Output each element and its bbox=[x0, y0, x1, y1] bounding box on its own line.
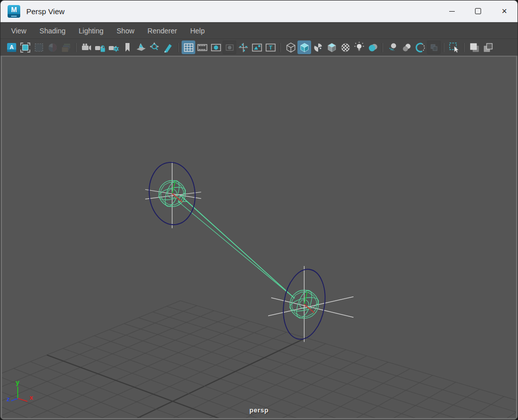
camera-attributes-icon bbox=[108, 41, 120, 54]
toolbar-separator bbox=[444, 43, 444, 52]
maya-logo-letter: M bbox=[8, 6, 20, 14]
motion-blur-button[interactable] bbox=[427, 40, 441, 54]
safe-title-button[interactable]: T bbox=[264, 40, 277, 54]
view-axis-triad: yxz bbox=[7, 379, 33, 403]
camera-label: persp bbox=[2, 406, 516, 414]
checker-sphere-icon bbox=[339, 41, 352, 54]
field-chart-button[interactable] bbox=[236, 40, 250, 54]
bookmark-button[interactable] bbox=[120, 40, 134, 54]
textured-cube-button[interactable] bbox=[325, 40, 338, 54]
image-stack-icon bbox=[60, 41, 72, 54]
grid-button[interactable] bbox=[182, 40, 195, 54]
dashed-frame-icon bbox=[33, 41, 45, 54]
shadows-button[interactable] bbox=[400, 40, 413, 54]
panel-toolbar: AT bbox=[1, 38, 517, 56]
wireframe-icon bbox=[285, 41, 297, 54]
select-camera-icon bbox=[80, 41, 93, 54]
axis-label-z: z bbox=[7, 395, 10, 403]
menu-lighting[interactable]: Lighting bbox=[72, 25, 110, 37]
dashed-frame-button[interactable] bbox=[32, 40, 46, 54]
shadows-icon bbox=[401, 41, 413, 54]
ground-grid bbox=[2, 301, 516, 418]
toolbar-separator bbox=[76, 43, 76, 52]
viewport-canvas[interactable]: yxz persp bbox=[1, 56, 517, 419]
field-chart-icon bbox=[237, 41, 249, 54]
xray-joints-button[interactable] bbox=[481, 40, 495, 54]
window-title: Persp View bbox=[26, 7, 65, 16]
toolbar-separator bbox=[382, 43, 383, 52]
maximize-icon bbox=[475, 8, 481, 14]
use-all-lights-icon bbox=[353, 41, 365, 54]
pan-zoom-icon bbox=[149, 41, 161, 54]
bookmark-icon bbox=[121, 41, 134, 54]
selection-highlight-icon bbox=[448, 41, 460, 54]
wireframe-button[interactable] bbox=[284, 40, 297, 54]
minimize-button[interactable] bbox=[439, 1, 465, 22]
app-window: M Persp View × ViewShadingLightingShowRe… bbox=[0, 0, 518, 420]
title-bar: M Persp View × bbox=[1, 1, 517, 22]
menu-view[interactable]: View bbox=[5, 25, 33, 37]
film-gate-button[interactable] bbox=[195, 40, 209, 54]
shaded-cube-icon bbox=[298, 41, 311, 54]
svg-text:T: T bbox=[269, 45, 272, 51]
ssao-ring-button[interactable] bbox=[413, 40, 427, 54]
pan-zoom-button[interactable] bbox=[148, 40, 161, 54]
axis-label-x: x bbox=[29, 394, 33, 401]
xray-icon bbox=[468, 41, 481, 54]
menu-bar: ViewShadingLightingShowRendererHelp bbox=[1, 22, 517, 38]
selection-highlight-button[interactable] bbox=[447, 40, 461, 54]
light-rays-icon bbox=[387, 41, 399, 54]
material-ball-button[interactable] bbox=[366, 40, 379, 54]
resolution-gate-button[interactable] bbox=[209, 40, 223, 54]
color-sphere-button[interactable] bbox=[46, 40, 59, 54]
lock-camera-button[interactable] bbox=[93, 40, 107, 54]
toolbar-separator bbox=[464, 43, 464, 52]
image-stack-button[interactable] bbox=[59, 40, 73, 54]
camera-attributes-button[interactable] bbox=[107, 40, 120, 54]
film-gate-icon bbox=[196, 41, 208, 54]
lock-camera-icon bbox=[94, 41, 106, 54]
select-camera-button[interactable] bbox=[79, 40, 93, 54]
material-ball-icon bbox=[367, 41, 379, 54]
use-all-lights-button[interactable] bbox=[352, 40, 366, 54]
frame-select-button[interactable] bbox=[18, 40, 32, 54]
close-icon: × bbox=[502, 7, 507, 16]
menu-help[interactable]: Help bbox=[184, 25, 211, 37]
resolution-gate-icon bbox=[210, 41, 222, 54]
menu-show[interactable]: Show bbox=[110, 25, 141, 37]
svg-text:A: A bbox=[10, 44, 14, 50]
a-box-icon: A bbox=[6, 41, 18, 54]
scene-svg: yxz bbox=[2, 57, 516, 418]
gate-mask-icon bbox=[224, 41, 236, 54]
image-plane-icon bbox=[135, 41, 147, 54]
close-button[interactable]: × bbox=[491, 1, 517, 22]
menu-renderer[interactable]: Renderer bbox=[141, 25, 184, 37]
xray-button[interactable] bbox=[467, 40, 481, 54]
frame-select-icon bbox=[19, 41, 31, 54]
ssao-ring-icon bbox=[414, 41, 426, 54]
shaded-cube-button[interactable] bbox=[297, 40, 311, 54]
axis-label-y: y bbox=[16, 379, 20, 386]
minimize-icon bbox=[449, 11, 455, 12]
joint-1[interactable] bbox=[145, 160, 201, 228]
gate-mask-button[interactable] bbox=[223, 40, 236, 54]
toolbar-separator bbox=[280, 43, 281, 52]
checker-sphere-button[interactable] bbox=[338, 40, 352, 54]
maximize-button[interactable] bbox=[465, 1, 491, 22]
textured-sphere-button[interactable] bbox=[311, 40, 325, 54]
safe-action-icon bbox=[251, 41, 263, 54]
a-box-button[interactable]: A bbox=[5, 40, 18, 54]
grease-pencil-button[interactable] bbox=[161, 40, 175, 54]
safe-title-icon: T bbox=[265, 41, 277, 54]
grease-pencil-icon bbox=[162, 41, 175, 54]
image-plane-button[interactable] bbox=[134, 40, 148, 54]
menu-shading[interactable]: Shading bbox=[33, 25, 72, 37]
textured-sphere-icon bbox=[312, 41, 324, 54]
window-controls: × bbox=[439, 1, 517, 22]
light-rays-button[interactable] bbox=[386, 40, 400, 54]
safe-action-button[interactable] bbox=[250, 40, 264, 54]
motion-blur-icon bbox=[428, 41, 440, 54]
maya-logo-icon: M bbox=[8, 5, 20, 18]
bone[interactable] bbox=[178, 195, 294, 298]
grid-icon bbox=[183, 41, 195, 54]
